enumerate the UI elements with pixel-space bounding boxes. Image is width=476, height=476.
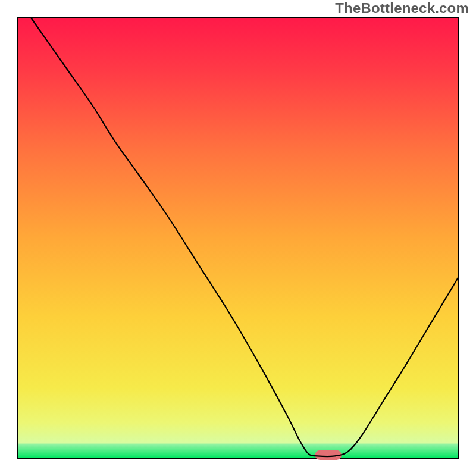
gradient-background bbox=[18, 18, 458, 458]
chart-container: TheBottleneck.com bbox=[0, 0, 476, 476]
chart-svg bbox=[0, 0, 476, 476]
watermark-label: TheBottleneck.com bbox=[335, 0, 469, 17]
